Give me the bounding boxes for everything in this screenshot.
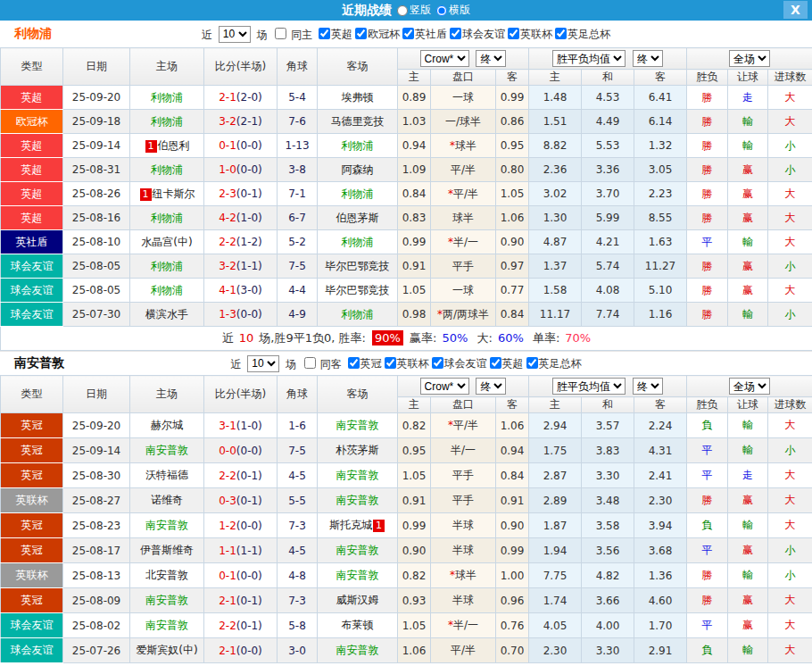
handicap-text: 半/一	[453, 236, 478, 248]
home-team-cell: 利物浦	[130, 206, 204, 230]
match-date-cell: 25-08-30	[63, 463, 130, 488]
home-team-cell: 诺维奇	[130, 488, 204, 513]
layout-vertical-radio[interactable]	[397, 5, 408, 16]
league-filter-group: 英超欧冠杯英社盾球会友谊英联杯英足总杯	[316, 28, 610, 40]
avg-home-cell: 1.48	[529, 86, 582, 110]
result-text: 平	[702, 469, 713, 481]
away-team-cell: 南安普敦	[318, 488, 398, 513]
handicap-text: 球半	[452, 212, 474, 224]
avg-time-select[interactable]: 终	[633, 378, 663, 395]
full-match-select[interactable]: 全场	[729, 50, 770, 67]
handicap-result-cell: 輸	[728, 134, 768, 158]
full-score: 3-2	[219, 260, 236, 272]
summary-segment: 90%	[372, 330, 403, 345]
col-corner: 角球	[278, 48, 318, 86]
corner-cell: 1-13	[278, 134, 318, 158]
odds-time-select[interactable]: 终	[476, 50, 506, 67]
league-checkbox[interactable]	[402, 28, 414, 39]
league-checkbox[interactable]	[490, 357, 501, 369]
rank-badge: 1	[145, 140, 157, 153]
bookmaker-select[interactable]: Crow*	[420, 378, 469, 395]
same-away-checkbox[interactable]	[304, 357, 316, 369]
away-odds-cell: 0.90	[496, 513, 529, 538]
half-score: (2-1)	[236, 115, 262, 128]
league-filter-欧冠杯[interactable]: 欧冠杯	[352, 28, 400, 40]
match-row: 英冠25-09-20赫尔城3-1(1-0)1-6南安普敦0.82*平/半1.06…	[1, 413, 812, 438]
avg-group-header: 胜平负均值 终	[529, 376, 687, 397]
league-filter-球会友谊[interactable]: 球会友谊	[447, 28, 505, 40]
league-filter-英联杯[interactable]: 英联杯	[382, 357, 429, 370]
layout-vertical-option[interactable]: 竖版	[397, 3, 431, 18]
away-team-name: 威斯汉姆	[336, 594, 379, 606]
league-checkbox[interactable]	[348, 357, 360, 369]
league-filter-英超[interactable]: 英超	[316, 28, 352, 40]
league-checkbox[interactable]	[355, 28, 367, 39]
same-home-checkbox[interactable]	[275, 28, 286, 39]
handicap-result-cell: 輸	[728, 438, 768, 463]
games-count-select[interactable]: 10	[247, 355, 279, 372]
home-team-name: 利物浦	[151, 212, 183, 224]
near-label: 近	[202, 28, 212, 40]
away-odds-cell: 0.91	[496, 488, 529, 513]
handicap-text: 球半	[455, 569, 476, 581]
away-team-name: 南安普敦	[336, 569, 379, 581]
league-filter-球会友谊[interactable]: 球会友谊	[429, 357, 487, 370]
summary-segment: 赢率:	[403, 330, 440, 345]
odds-time-select[interactable]: 终	[476, 378, 506, 395]
corner-cell: 7-5	[278, 438, 318, 463]
league-filter-英社盾[interactable]: 英社盾	[400, 28, 447, 40]
goals-result-cell: 大	[768, 513, 812, 538]
league-type-cell: 英联杯	[1, 488, 63, 513]
avg-draw-cell: 3.58	[582, 513, 634, 538]
games-count-select[interactable]: 10	[219, 26, 251, 43]
layout-horizontal-option[interactable]: 横版	[436, 3, 470, 18]
wdl-avg-select[interactable]: 胜平负均值	[552, 378, 626, 395]
league-filter-英冠[interactable]: 英冠	[345, 357, 382, 370]
league-filter-英联杯[interactable]: 英联杯	[505, 28, 552, 40]
handicap-result-text: 輸	[742, 569, 753, 581]
league-checkbox[interactable]	[432, 357, 443, 369]
match-date-cell: 25-08-13	[63, 563, 130, 588]
league-checkbox[interactable]	[526, 357, 538, 369]
league-label: 英超	[502, 357, 524, 370]
league-checkbox[interactable]	[319, 28, 330, 39]
col-home: 主场	[130, 376, 204, 413]
layout-horizontal-radio[interactable]	[436, 5, 447, 16]
home-odds-cell: 1.09	[398, 158, 431, 182]
match-row: 英冠25-08-17伊普斯维奇1-1(1-1)4-5南安普敦0.90半球0.99…	[1, 538, 812, 563]
league-checkbox[interactable]	[385, 357, 396, 369]
match-row: 球会友谊25-08-05利物浦3-2(1-1)7-5毕尔巴鄂竞技0.91平手0.…	[1, 254, 812, 279]
bookmaker-select[interactable]: Crow*	[420, 50, 469, 67]
league-filter-英足总杯[interactable]: 英足总杯	[552, 28, 610, 40]
col-avg-draw: 和	[582, 70, 634, 86]
avg-away-cell: 2.41	[634, 463, 687, 488]
full-score: 2-3	[219, 187, 236, 200]
league-checkbox[interactable]	[555, 28, 567, 39]
league-checkbox[interactable]	[508, 28, 519, 39]
goals-result-cell: 小	[768, 134, 812, 158]
league-filter-英足总杯[interactable]: 英足总杯	[524, 357, 582, 370]
home-team-cell: 伊普斯维奇	[130, 538, 204, 563]
score-cell: 2-1(0-1)	[204, 588, 278, 613]
full-match-select[interactable]: 全场	[729, 378, 770, 395]
score-cell: 3-1(1-0)	[204, 413, 278, 438]
full-score: 0-0	[219, 445, 236, 457]
result-cell: 勝	[687, 182, 728, 206]
handicap-text: 一球	[452, 91, 474, 104]
home-team-name: 利物浦	[151, 260, 183, 272]
home-odds-cell: 0.83	[398, 206, 431, 230]
handicap-text: 半球	[452, 544, 474, 556]
full-score: 3-1	[219, 420, 236, 432]
summary-segment: 大:	[470, 330, 495, 345]
away-team-name: 斯托克城	[329, 519, 372, 531]
half-score: (0-1)	[236, 187, 262, 200]
col-date: 日期	[63, 376, 130, 413]
avg-time-select[interactable]: 终	[633, 50, 663, 67]
league-checkbox[interactable]	[450, 28, 461, 39]
league-filter-英超[interactable]: 英超	[487, 357, 524, 370]
col-away: 客场	[318, 48, 398, 86]
close-icon[interactable]: X	[783, 1, 808, 19]
wdl-avg-select[interactable]: 胜平负均值	[552, 50, 626, 67]
avg-away-cell: 1.63	[634, 230, 687, 254]
home-team-cell: 赫尔城	[130, 413, 204, 438]
